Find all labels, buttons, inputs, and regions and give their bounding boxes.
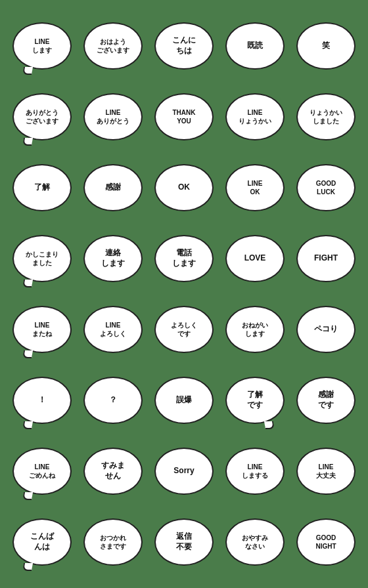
fight[interactable]: FIGHT (296, 235, 356, 282)
denwa[interactable]: 電話 します (154, 235, 214, 282)
renraku[interactable]: 連絡 します (83, 235, 143, 282)
emoji-grid: LINE しますおはよう ございますこんに ちは既読笑ありがとう ございますLI… (0, 3, 368, 585)
ohayou[interactable]: おはよう ございます (83, 22, 143, 70)
onegai[interactable]: おねがい します (225, 306, 285, 353)
kidoku[interactable]: 既読 (225, 22, 285, 70)
thank-you[interactable]: THANK YOU (154, 93, 214, 140)
line-arigatou[interactable]: LINE ありがとう (83, 93, 143, 140)
ryoukai[interactable]: 了解 (12, 164, 72, 211)
line-ok[interactable]: LINE OK (225, 164, 285, 211)
line-shimasu[interactable]: LINE します (12, 22, 72, 70)
kashikomari[interactable]: かしこまり ました (12, 235, 72, 282)
good-luck[interactable]: GOOD LUCK (296, 164, 356, 211)
line-matane[interactable]: LINE またね (12, 306, 72, 353)
sorry[interactable]: Sorry (154, 448, 214, 495)
konbanwa[interactable]: こんば んは (12, 518, 72, 566)
arigatou[interactable]: ありがとう ございます (12, 93, 72, 140)
ryoukai-desu[interactable]: 了解 です (225, 377, 285, 424)
ryoukai-shimashita[interactable]: りょうかい しました (296, 93, 356, 140)
oyasumi[interactable]: おやすみ なさい (225, 518, 285, 566)
line-ryoukai[interactable]: LINE りょうかい (225, 93, 285, 140)
gouhaku[interactable]: 誤爆 (154, 377, 214, 424)
pecori[interactable]: ペコり (296, 306, 356, 353)
ok[interactable]: OK (154, 164, 214, 211)
line-yoroshiku[interactable]: LINE よろしく (83, 306, 143, 353)
konnichiwa[interactable]: こんに ちは (154, 22, 214, 70)
good-night[interactable]: GOOD NIGHT (296, 518, 356, 566)
warai[interactable]: 笑 (296, 22, 356, 70)
line-shimasu2[interactable]: LINE しまする (225, 448, 285, 495)
kansha[interactable]: 感謝 (83, 164, 143, 211)
kansha-desu[interactable]: 感謝 です (296, 377, 356, 424)
line-daijoubu[interactable]: LINE 大丈夫 (296, 448, 356, 495)
henshin-fuyou[interactable]: 返信 不要 (154, 518, 214, 566)
otsukaresama[interactable]: おつかれ さまです (83, 518, 143, 566)
love[interactable]: LOVE (225, 235, 285, 282)
question[interactable]: ？ (83, 377, 143, 424)
exclamation[interactable]: ！ (12, 377, 72, 424)
line-gomen[interactable]: LINE ごめんね (12, 448, 72, 495)
yoroshiku[interactable]: よろしく です (154, 306, 214, 353)
sumimasen[interactable]: すみま せん (83, 448, 143, 495)
